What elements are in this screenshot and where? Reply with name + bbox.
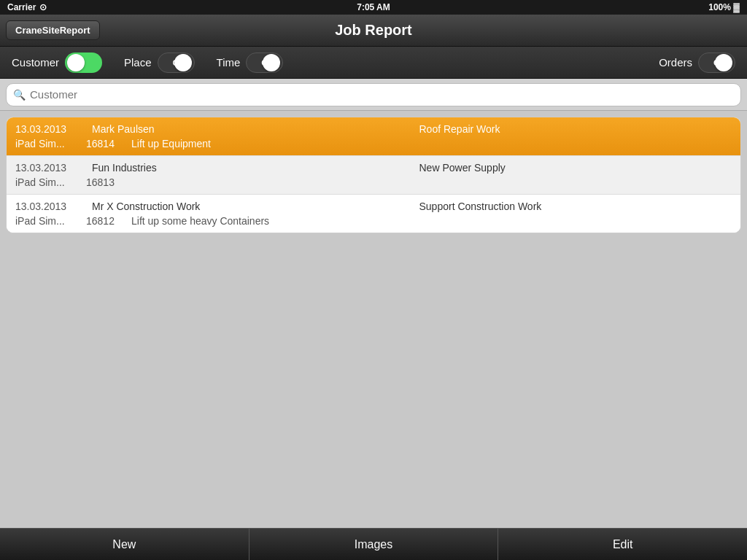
job-3-work: Support Construction Work bbox=[419, 201, 732, 212]
images-button[interactable]: Images bbox=[249, 529, 499, 560]
job-3-date: 13.03.2013 bbox=[15, 201, 77, 212]
orders-toggle-state: OFF bbox=[713, 58, 729, 67]
job-2-date: 13.03.2013 bbox=[15, 162, 77, 174]
job-row-3-bottom: iPad Sim... 16812 Lift up some heavy Con… bbox=[15, 215, 732, 227]
time-toggle-state: OFF bbox=[261, 58, 277, 67]
job-1-order: 16814 bbox=[86, 138, 123, 149]
back-button[interactable]: CraneSiteReport bbox=[6, 20, 100, 40]
time-filter[interactable]: Time OFF bbox=[217, 52, 284, 73]
job-row-1-top: 13.03.2013 Mark Paulsen Roof Repair Work bbox=[15, 123, 732, 135]
time-filter-label: Time bbox=[217, 56, 241, 69]
status-time: 7:05 AM bbox=[357, 2, 390, 12]
wifi-icon: ⊙ bbox=[39, 2, 47, 12]
orders-toggle[interactable]: OFF bbox=[698, 52, 735, 73]
nav-bar: CraneSiteReport Job Report bbox=[0, 15, 747, 47]
battery-icon: ▓ bbox=[733, 2, 740, 12]
job-row-3[interactable]: 13.03.2013 Mr X Construction Work Suppor… bbox=[7, 195, 740, 233]
job-3-desc: Lift up some heavy Containers bbox=[131, 215, 269, 227]
customer-toggle[interactable]: ON bbox=[65, 52, 102, 73]
job-2-customer: Fun Industries bbox=[92, 162, 405, 174]
job-1-desc: Lift up Equipment bbox=[131, 138, 211, 149]
job-2-work: New Power Supply bbox=[419, 162, 732, 174]
status-right: 100% ▓ bbox=[708, 2, 740, 12]
customer-filter[interactable]: Customer ON bbox=[12, 52, 102, 73]
content-area: 13.03.2013 Mark Paulsen Roof Repair Work… bbox=[0, 111, 747, 528]
time-toggle[interactable]: OFF bbox=[246, 52, 283, 73]
job-3-customer: Mr X Construction Work bbox=[92, 201, 405, 212]
job-row-1[interactable]: 13.03.2013 Mark Paulsen Roof Repair Work… bbox=[7, 117, 740, 156]
status-bar: Carrier ⊙ 7:05 AM 100% ▓ bbox=[0, 0, 747, 15]
status-left: Carrier ⊙ bbox=[7, 2, 47, 12]
customer-filter-label: Customer bbox=[12, 56, 59, 69]
job-3-order: 16812 bbox=[86, 215, 123, 227]
edit-button[interactable]: Edit bbox=[498, 529, 747, 560]
search-bar: 🔍 bbox=[0, 79, 747, 111]
job-1-customer: Mark Paulsen bbox=[92, 123, 405, 135]
job-row-1-bottom: iPad Sim... 16814 Lift up Equipment bbox=[15, 138, 732, 149]
search-icon: 🔍 bbox=[13, 89, 26, 101]
carrier-label: Carrier bbox=[7, 2, 36, 12]
job-row-3-top: 13.03.2013 Mr X Construction Work Suppor… bbox=[15, 201, 732, 212]
battery-label: 100% bbox=[708, 2, 731, 12]
page-title: Job Report bbox=[335, 22, 412, 39]
job-list: 13.03.2013 Mark Paulsen Roof Repair Work… bbox=[6, 117, 741, 233]
customer-toggle-state: ON bbox=[69, 58, 82, 67]
place-toggle[interactable]: OFF bbox=[158, 52, 195, 73]
orders-filter-label: Orders bbox=[659, 56, 692, 69]
job-1-work: Roof Repair Work bbox=[419, 123, 732, 135]
filter-bar: Customer ON Place OFF Time OFF Orders OF… bbox=[0, 47, 747, 79]
job-1-date: 13.03.2013 bbox=[15, 123, 77, 135]
new-button[interactable]: New bbox=[0, 529, 249, 560]
orders-filter[interactable]: Orders OFF bbox=[659, 52, 735, 73]
job-row-2-top: 13.03.2013 Fun Industries New Power Supp… bbox=[15, 162, 732, 174]
job-2-order: 16813 bbox=[86, 176, 123, 188]
job-row-2-bottom: iPad Sim... 16813 bbox=[15, 176, 732, 188]
job-1-device: iPad Sim... bbox=[15, 138, 77, 149]
bottom-toolbar: New Images Edit bbox=[0, 528, 747, 560]
job-3-device: iPad Sim... bbox=[15, 215, 77, 227]
search-wrapper: 🔍 bbox=[6, 83, 741, 106]
place-filter-label: Place bbox=[124, 56, 152, 69]
job-row-2[interactable]: 13.03.2013 Fun Industries New Power Supp… bbox=[7, 156, 740, 195]
job-2-device: iPad Sim... bbox=[15, 176, 77, 188]
place-toggle-state: OFF bbox=[173, 58, 189, 67]
place-filter[interactable]: Place OFF bbox=[124, 52, 195, 73]
search-input[interactable] bbox=[6, 83, 741, 106]
